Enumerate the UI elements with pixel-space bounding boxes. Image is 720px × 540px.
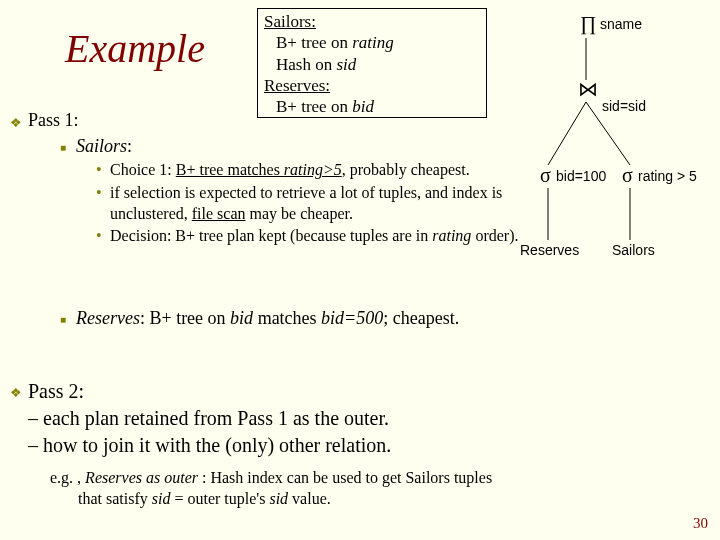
eg-line2: that satisfy sid = outer tuple's sid val… bbox=[78, 489, 690, 510]
box-reserves-btree-text: B+ tree on bbox=[276, 97, 352, 116]
pass2-line2: – each plan retained from Pass 1 as the … bbox=[28, 405, 391, 432]
bullet-dot-icon: • bbox=[96, 226, 110, 247]
bullet-square-icon: ■ bbox=[60, 314, 66, 325]
pass2-line1: Pass 2: bbox=[28, 378, 391, 405]
sailors-bullet-suffix: : bbox=[127, 136, 132, 156]
choice2-text: if selection is expected to retrieve a l… bbox=[110, 183, 526, 225]
reserves-bullet: Reserves: B+ tree on bid matches bid=500… bbox=[76, 308, 459, 329]
choice3-text: Decision: B+ tree plan kept (because tup… bbox=[110, 226, 526, 247]
bullet-dot-icon: • bbox=[96, 183, 110, 225]
bullet-dot-icon: • bbox=[96, 160, 110, 181]
svg-text:σ: σ bbox=[622, 164, 633, 186]
diagram-bid100-label: bid=100 bbox=[556, 168, 606, 184]
choice3-b: rating bbox=[432, 227, 471, 244]
eg-l2c: = outer tuple's bbox=[170, 490, 269, 507]
eg-mid: : Hash index can be used to get Sailors … bbox=[198, 469, 492, 486]
example-block: e.g. , Reserves as outer : Hash index ca… bbox=[50, 468, 690, 510]
reserves-c: matches bbox=[253, 308, 321, 328]
index-box: Sailors: B+ tree on rating Hash on sid R… bbox=[257, 8, 487, 118]
svg-text:⋈: ⋈ bbox=[578, 78, 598, 100]
eg-em1: Reserves as outer bbox=[85, 469, 198, 486]
choice3-c: order). bbox=[471, 227, 518, 244]
diagram-sidsid-label: sid=sid bbox=[602, 98, 646, 114]
page-number: 30 bbox=[693, 515, 708, 532]
diagram-rating5-label: rating > 5 bbox=[638, 168, 697, 184]
choice1-c: rating>5 bbox=[284, 161, 342, 178]
choice1-b: B+ tree matches bbox=[176, 161, 284, 178]
pass2-block: Pass 2: – each plan retained from Pass 1… bbox=[28, 378, 391, 459]
svg-line-3 bbox=[548, 102, 586, 165]
box-reserves-btree-em: bid bbox=[352, 97, 374, 116]
box-sailors-btree-em: rating bbox=[352, 33, 394, 52]
page-title: Example bbox=[65, 25, 205, 72]
box-sailors-header: Sailors: bbox=[264, 12, 316, 31]
box-sailors-hash-em: sid bbox=[336, 55, 356, 74]
box-reserves-header: Reserves: bbox=[264, 76, 330, 95]
query-tree-diagram: ∏ ⋈ σ σ sname sid=sid bid=100 rating > 5… bbox=[530, 10, 710, 290]
choice1-d: , probably cheapest. bbox=[342, 161, 470, 178]
choice3-a: Decision: B+ tree plan kept (because tup… bbox=[110, 227, 432, 244]
reserves-em: Reserves bbox=[76, 308, 140, 328]
bullet-diamond-icon: ❖ bbox=[10, 115, 22, 131]
bullet-square-icon: ■ bbox=[60, 142, 66, 153]
box-sailors-btree-text: B+ tree on bbox=[276, 33, 352, 52]
sailors-bullet: Sailors: bbox=[76, 136, 132, 157]
pass2-line3: – how to join it with the (only) other r… bbox=[28, 432, 391, 459]
choice2-c: may be cheaper. bbox=[246, 205, 354, 222]
eg-l2a: that satisfy bbox=[78, 490, 152, 507]
reserves-d: bid=500 bbox=[321, 308, 383, 328]
svg-text:σ: σ bbox=[540, 164, 551, 186]
pass1-label: Pass 1: bbox=[28, 110, 79, 131]
choice1-text: Choice 1: B+ tree matches rating>5, prob… bbox=[110, 160, 526, 181]
svg-text:∏: ∏ bbox=[580, 12, 596, 35]
diagram-sname-label: sname bbox=[600, 16, 642, 32]
eg-l2e: value. bbox=[288, 490, 331, 507]
diagram-reserves-label: Reserves bbox=[520, 242, 579, 258]
choice1-underline: B+ tree matches rating>5 bbox=[176, 161, 342, 178]
sailors-bullet-em: Sailors bbox=[76, 136, 127, 156]
box-sailors-hash-text: Hash on bbox=[276, 55, 336, 74]
reserves-b: bid bbox=[230, 308, 253, 328]
eg-l2b: sid bbox=[152, 490, 171, 507]
reserves-e: ; cheapest. bbox=[383, 308, 459, 328]
diagram-sailors-label: Sailors bbox=[612, 242, 655, 258]
eg-l2d: sid bbox=[269, 490, 288, 507]
choice1-a: Choice 1: bbox=[110, 161, 176, 178]
subbullets: • Choice 1: B+ tree matches rating>5, pr… bbox=[96, 160, 526, 249]
reserves-a: : B+ tree on bbox=[140, 308, 230, 328]
bullet-diamond-icon: ❖ bbox=[10, 385, 22, 401]
choice2-b: file scan bbox=[192, 205, 246, 222]
eg-prefix: e.g. , bbox=[50, 469, 85, 486]
